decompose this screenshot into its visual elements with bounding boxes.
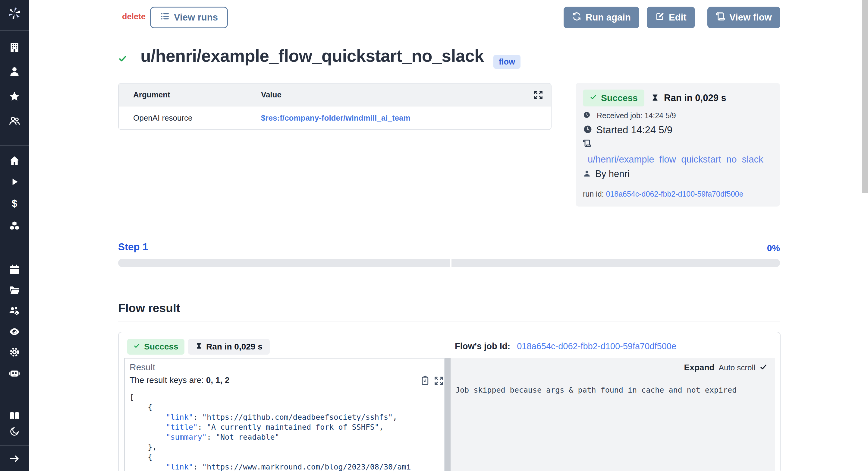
clock-icon (583, 124, 592, 136)
log-controls: Expand Auto scroll (684, 363, 767, 373)
result-keys: The result keys are: 0, 1, 2 (130, 375, 230, 385)
hourglass-icon (195, 342, 203, 352)
delete-button[interactable]: delete (122, 12, 146, 22)
run-id-row: run id: 018a654c-d062-fbb2-d100-59fa70df… (583, 190, 743, 198)
result-duration-chip: Ran in 0,029 s (188, 339, 270, 355)
arguments-table-header: Argument Value (119, 84, 551, 107)
user-icon[interactable] (0, 65, 29, 78)
view-flow-button[interactable]: View flow (707, 7, 780, 28)
check-icon (590, 93, 597, 103)
windmill-run-page: $ delete (0, 0, 868, 471)
copy-clipboard-icon[interactable] (420, 375, 430, 387)
result-panel: Result The result keys are: 0, 1, 2 [ { … (124, 358, 445, 471)
log-text: Job skipped because args & path found in… (456, 386, 737, 394)
eye-icon[interactable] (0, 326, 29, 338)
duration-row: Ran in 0,029 s (651, 90, 726, 107)
check-icon[interactable] (760, 363, 767, 372)
flow-badge: flow (493, 55, 521, 69)
flow-result-heading: Flow result (118, 301, 180, 315)
arguments-table: Argument Value OpenAI resource $res:f/co… (118, 83, 552, 130)
status-badge: Success (583, 90, 644, 107)
view-runs-button[interactable]: View runs (150, 7, 228, 28)
edit-button[interactable]: Edit (647, 7, 695, 28)
divider (118, 321, 780, 321)
scroll-icon (583, 139, 591, 149)
job-id-row: Flow's job Id: 018a654c-d062-fbb2-d100-5… (455, 341, 676, 351)
scroll-icon (716, 12, 725, 24)
list-icon (160, 11, 170, 24)
result-json: [ { "link": "https://github.com/deadbeef… (130, 392, 411, 471)
log-expand-button[interactable]: Expand (684, 363, 714, 373)
check-icon (133, 342, 141, 352)
flow-result-card: Success Ran in 0,029 s Flow's job Id: 01… (118, 332, 781, 471)
scrollbar-thumb[interactable] (862, 0, 868, 193)
log-panel: Expand Auto scroll Job skipped because a… (451, 358, 775, 471)
sidebar: $ (0, 0, 29, 471)
step-percent: 0% (720, 243, 780, 253)
user-group-icon[interactable] (0, 115, 29, 127)
book-open-icon[interactable] (0, 410, 29, 422)
arrow-right-icon[interactable] (0, 452, 29, 465)
edit-pencil-icon (655, 12, 664, 24)
calendar-icon[interactable] (0, 264, 29, 275)
sidebar-divider (0, 145, 29, 146)
flow-path-link[interactable]: u/henri/example_flow_quickstart_no_slack (588, 154, 763, 165)
clock-icon (583, 111, 591, 120)
step-label[interactable]: Step 1 (118, 241, 148, 253)
play-icon[interactable] (0, 176, 29, 188)
run-again-button[interactable]: Run again (564, 7, 639, 28)
received-row: Received job: 14:24 5/9 (583, 111, 676, 120)
table-row: OpenAI resource $res:f/company-folder/wi… (119, 107, 551, 129)
gear-icon[interactable] (0, 346, 29, 358)
folder-open-icon[interactable] (0, 284, 29, 296)
result-status-badge: Success (127, 339, 184, 355)
windmill-logo-icon[interactable] (0, 7, 29, 20)
home-icon[interactable] (0, 155, 29, 167)
star-icon[interactable] (0, 90, 29, 102)
job-id-link[interactable]: 018a654c-d062-fbb2-d100-59fa70df500e (517, 341, 676, 351)
dollar-icon[interactable]: $ (0, 198, 29, 210)
column-value: Value (261, 90, 281, 99)
run-id-link[interactable]: 018a654c-d062-fbb2-d100-59fa70df500e (606, 190, 743, 198)
person-icon (583, 170, 591, 179)
svg-text:$: $ (12, 198, 18, 209)
building-icon[interactable] (0, 41, 29, 53)
moon-icon[interactable] (0, 425, 29, 438)
cubes-icon[interactable] (0, 220, 29, 232)
expand-result-icon[interactable] (433, 375, 444, 387)
resource-link[interactable]: $res:f/company-folder/windmill_ai_team (261, 113, 410, 123)
page-title: u/henri/example_flow_quickstart_no_slack (141, 46, 484, 66)
author-row: By henri (583, 169, 629, 179)
robot-icon[interactable] (0, 367, 29, 379)
sidebar-divider (0, 30, 29, 31)
started-row: Started 14:24 5/9 (583, 124, 673, 136)
status-card: Success Ran in 0,029 s Received job: 14:… (576, 83, 780, 207)
sidebar-divider (0, 445, 29, 446)
refresh-icon (572, 12, 581, 24)
autoscroll-toggle[interactable]: Auto scroll (719, 363, 755, 373)
hourglass-icon (651, 93, 659, 103)
progress-bar-segment (118, 259, 450, 267)
result-title: Result (130, 362, 155, 373)
panel-resize-handle[interactable] (445, 358, 451, 471)
success-check-icon (118, 54, 127, 64)
argument-name: OpenAI resource (119, 113, 261, 123)
column-argument: Argument (119, 90, 261, 99)
expand-table-icon[interactable] (533, 90, 544, 102)
users-gear-icon[interactable] (0, 305, 29, 317)
progress-bar-segment (452, 259, 780, 267)
